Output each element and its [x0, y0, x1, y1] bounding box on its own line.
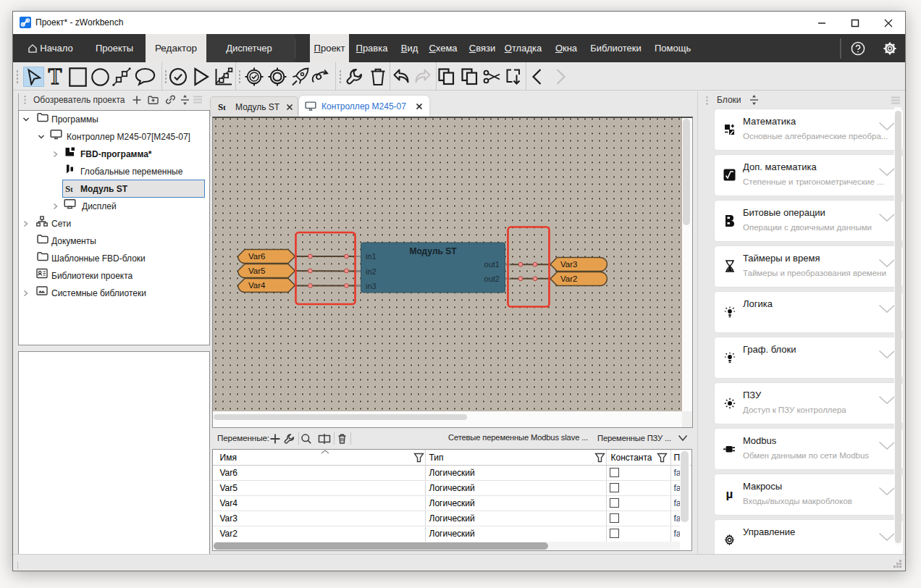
svg-text:Модуль ST: Модуль ST	[409, 246, 457, 256]
svg-text:in1: in1	[366, 252, 377, 261]
svg-text:Var4: Var4	[248, 281, 266, 290]
svg-text:out2: out2	[484, 274, 499, 283]
svg-text:T: T	[49, 67, 62, 87]
svg-text:Var3: Var3	[560, 260, 577, 269]
svg-text:in3: in3	[366, 282, 377, 290]
svg-text:Var6: Var6	[248, 252, 265, 261]
svg-text:Var2: Var2	[560, 274, 577, 283]
svg-text:Var5: Var5	[248, 266, 265, 275]
svg-text:out1: out1	[484, 260, 499, 269]
svg-text:in2: in2	[366, 267, 377, 276]
